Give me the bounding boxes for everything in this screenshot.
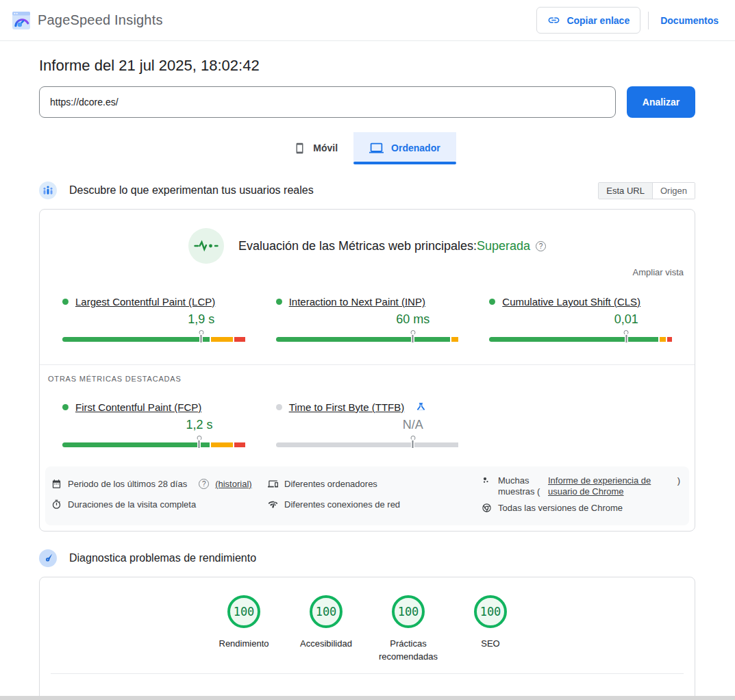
network-icon [268,499,278,510]
help-icon[interactable]: ? [199,479,209,489]
other-metrics-title: OTRAS MÉTRICAS DESTACADAS [40,365,695,383]
top-actions: Copiar enlace Documentos [536,7,723,34]
scope-origin[interactable]: Origen [652,183,695,199]
metric-inp: Interaction to Next Paint (INP) 60 ms [276,296,459,342]
cls-status-dot [489,299,495,305]
inp-bar [276,337,459,342]
device-tabs: Móvil Ordenador [39,132,695,164]
inp-value: 60 ms [396,312,429,327]
footnote-devices: Diferentes ordenadores [268,473,482,494]
score-circle: 100 [474,595,507,628]
laptop-icon [369,141,384,155]
chrome-icon [482,503,492,513]
footnote-samples: Muchas muestras ( Informe de experiencia… [482,473,683,498]
assessment-row: Evaluación de las Métricas web principal… [40,210,695,264]
pulse-icon [194,240,219,252]
other-metrics-grid: First Contentful Paint (FCP) 1,2 s Time … [40,383,695,447]
ttfb-bar [276,442,459,447]
url-input[interactable] [39,86,616,118]
score-accessibility[interactable]: 100 Accesibilidad [285,595,367,664]
analyze-button[interactable]: Analizar [627,86,695,118]
fcp-status-dot [62,404,68,410]
score-best-practices[interactable]: 100 Prácticas recomendadas [367,595,449,664]
score-circle: 100 [227,595,260,628]
scope-toggle: Esta URL Origen [598,182,695,199]
assessment-result: Superada [477,239,530,253]
lab-section-head: Diagnostica problemas de rendimiento [39,549,695,567]
footnotes-band: Periodo de los últimos 28 días ? (histor… [45,466,689,525]
copy-link-label: Copiar enlace [566,15,630,26]
ttfb-status-dot [276,404,282,410]
copy-link-button[interactable]: Copiar enlace [536,7,640,34]
smartphone-icon [294,142,306,154]
experimental-flask-icon [416,402,426,412]
lab-card-divider [51,673,684,674]
field-data-section-head: Descubre lo que experimentan tus usuario… [39,182,695,199]
lab-data-card: 100 Rendimiento 100 Accesibilidad 100 Pr… [39,577,695,700]
viewport-bottom-strip [0,696,735,700]
scores-row: 100 Rendimiento 100 Accesibilidad 100 Pr… [40,577,695,664]
footnote-durations: Duraciones de la visita completa [51,494,268,514]
score-performance[interactable]: 100 Rendimiento [203,595,285,664]
fcp-bar [62,442,245,447]
fcp-value: 1,2 s [186,418,212,432]
lab-section-title: Diagnostica problemas de rendimiento [69,552,256,564]
lcp-status-dot [62,299,68,305]
report-title: Informe del 21 jul 2025, 18:02:42 [39,57,695,75]
cls-link[interactable]: Cumulative Layout Shift (CLS) [502,296,640,308]
ttfb-link[interactable]: Time to First Byte (TTFB) [289,401,405,413]
history-link[interactable]: (historial) [215,479,251,489]
pagespeed-logo-icon [12,12,30,29]
tab-mobile-label: Móvil [313,142,338,153]
inp-status-dot [276,299,282,305]
scope-this-url[interactable]: Esta URL [599,183,652,199]
fcp-link[interactable]: First Contentful Paint (FCP) [75,401,201,413]
core-metrics-grid: Largest Contentful Paint (LCP) 1,9 s Int… [40,277,695,342]
ttfb-value: N/A [403,418,423,432]
metric-ttfb: Time to First Byte (TTFB) N/A [276,401,459,447]
lcp-bar [62,337,245,342]
app-title: PageSpeed Insights [38,12,163,28]
footnote-period: Periodo de los últimos 28 días ? (histor… [51,473,268,494]
tab-desktop-label: Ordenador [391,142,440,153]
tab-mobile[interactable]: Móvil [278,132,353,164]
metric-fcp: First Contentful Paint (FCP) 1,2 s [62,401,245,447]
footnote-network: Diferentes conexiones de red [268,494,482,514]
metric-lcp: Largest Contentful Paint (LCP) 1,9 s [62,296,245,342]
stopwatch-icon [51,499,62,510]
devices-icon [268,479,278,489]
real-users-icon [39,182,57,199]
header-divider [648,12,649,29]
crux-report-link[interactable]: Informe de experiencia de usuario de Chr… [548,475,666,498]
field-data-card: Evaluación de las Métricas web principal… [39,209,695,532]
score-circle: 100 [392,595,425,628]
lcp-value: 1,9 s [188,312,214,327]
samples-dots-icon [482,475,492,486]
help-icon[interactable]: ? [536,241,546,251]
calendar-icon [51,479,62,489]
cls-value: 0,01 [614,312,638,327]
inp-link[interactable]: Interaction to Next Paint (INP) [289,296,425,308]
score-circle: 100 [310,595,342,628]
gauge-icon [39,549,57,567]
expand-view-link[interactable]: Ampliar vista [633,267,684,277]
link-icon [547,14,560,27]
url-row: Analizar [39,86,695,118]
field-data-section-title: Descubre lo que experimentan tus usuario… [69,184,314,197]
cls-bar [489,337,672,342]
score-seo[interactable]: 100 SEO [449,595,532,664]
pulse-badge [188,228,224,264]
brand: PageSpeed Insights [12,12,163,29]
lcp-link[interactable]: Largest Contentful Paint (LCP) [75,296,215,308]
tab-desktop[interactable]: Ordenador [353,132,456,164]
assessment-label: Evaluación de las Métricas web principal… [238,239,477,253]
documents-link[interactable]: Documentos [656,15,723,26]
footnote-chrome-versions: Todas las versiones de Chrome [482,498,683,518]
expand-row: Ampliar vista [40,267,695,277]
top-bar: PageSpeed Insights Copiar enlace Documen… [0,0,735,41]
metric-cls: Cumulative Layout Shift (CLS) 0,01 [489,296,672,342]
